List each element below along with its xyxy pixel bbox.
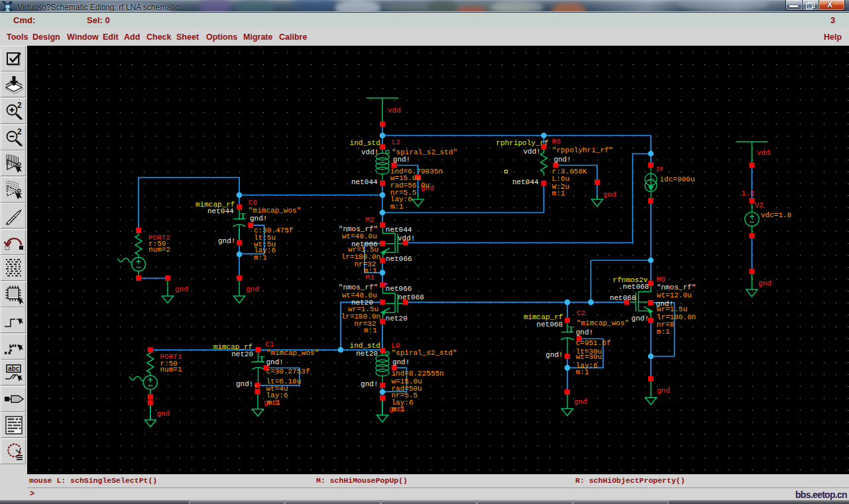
svg-text:net20: net20: [386, 315, 408, 323]
svg-text:gnd!: gnd!: [266, 358, 284, 366]
svg-text:"mimcap_wos": "mimcap_wos": [266, 349, 319, 357]
svg-text:gnd: gnd: [175, 285, 188, 293]
svg-text:"mimcap_wos": "mimcap_wos": [577, 319, 629, 327]
svg-text:vdd!: vdd!: [361, 148, 378, 156]
svg-text:ind=8.22555n: ind=8.22555n: [392, 370, 444, 378]
svg-text:C1: C1: [265, 340, 274, 348]
svg-text:gnd: gnd: [603, 191, 616, 199]
svg-text:m:1: m:1: [267, 399, 280, 407]
svg-text:c=30.2753f: c=30.2753f: [266, 368, 310, 376]
svg-text:net068: net068: [610, 294, 636, 302]
svg-text:gnd!: gnd!: [218, 237, 235, 245]
svg-text:gnd: gnd: [157, 410, 170, 418]
svg-text:gnd!.: gnd!.: [236, 380, 258, 388]
svg-text:ind_std: ind_std: [350, 139, 380, 147]
svg-text:gnd!: gnd!: [392, 358, 410, 366]
svg-text:M2: M2: [366, 216, 374, 224]
svg-text:lr=180.0n: lr=180.0n: [657, 313, 696, 321]
svg-text:gnd: gnd: [574, 398, 587, 406]
svg-text:gnd!: gnd!: [545, 351, 563, 359]
svg-text:wt=30u: wt=30u: [576, 353, 602, 361]
svg-text:T: T: [569, 325, 575, 334]
svg-text:gnd: gnd: [246, 285, 259, 293]
svg-text:2: 2: [17, 127, 22, 136]
svg-text:vdd!: vdd!: [398, 234, 415, 242]
svg-text:lt=6.18u: lt=6.18u: [266, 378, 302, 385]
svg-text:net044: net044: [351, 178, 378, 186]
svg-text:"spiral_s2_std": "spiral_s2_std": [392, 148, 457, 156]
svg-text:R0: R0: [552, 138, 561, 146]
svg-text:.net068: .net068: [618, 283, 649, 291]
svg-text:vdd!: vdd!: [524, 148, 541, 156]
svg-text:gnd!: gnd!: [553, 156, 571, 164]
svg-text:vdc=1.8: vdc=1.8: [761, 211, 791, 219]
svg-text:T: T: [259, 354, 265, 364]
svg-text:gnd!: gnd!: [576, 328, 593, 336]
svg-text:net20: net20: [231, 350, 253, 358]
svg-text:net044: net044: [512, 178, 539, 186]
svg-text:gnd!: gnd!: [393, 156, 410, 164]
svg-text:"nmos_rf": "nmos_rf": [339, 283, 378, 291]
svg-text:rphripoly_rf: rphripoly_rf: [496, 139, 549, 147]
svg-text:num=1: num=1: [160, 366, 182, 374]
svg-text:"nmos_rf": "nmos_rf": [339, 225, 378, 233]
svg-text:gnd: gnd: [758, 279, 771, 287]
svg-text:m:1: m:1: [364, 267, 377, 275]
svg-text:T: T: [241, 211, 247, 221]
svg-text:net068: net068: [398, 293, 424, 301]
svg-text:gnd!: gnd!: [250, 215, 267, 223]
svg-text:gnd!: gnd!: [632, 315, 649, 323]
svg-text:m:1: m:1: [657, 328, 670, 336]
svg-text:net20: net20: [356, 350, 378, 358]
svg-text:"rppolyhri_rf": "rppolyhri_rf": [552, 146, 613, 154]
svg-text:m:1: m:1: [576, 368, 589, 376]
svg-text:net044: net044: [207, 207, 234, 215]
svg-text:m:1: m:1: [392, 405, 405, 413]
svg-text:net044: net044: [386, 226, 412, 234]
svg-text:idc=900u: idc=900u: [660, 176, 695, 183]
svg-text:m:1: m:1: [390, 203, 404, 211]
svg-text:gnd: gnd: [657, 387, 670, 395]
svg-text:vdd: vdd: [388, 107, 401, 115]
svg-text:wr=1.5u: wr=1.5u: [657, 305, 687, 313]
svg-text:wt=12.0u: wt=12.0u: [657, 291, 692, 299]
svg-text:C2: C2: [577, 309, 585, 317]
svg-text:1.8: 1.8: [742, 189, 755, 197]
svg-text:wt=48.0u: wt=48.0u: [342, 232, 377, 240]
svg-text:vdd: vdd: [757, 149, 770, 157]
svg-text:m:1: m:1: [552, 189, 565, 197]
svg-text:r:3.058K: r:3.058K: [552, 168, 587, 176]
svg-text:net066: net066: [386, 255, 412, 263]
svg-text:abc: abc: [8, 365, 20, 372]
svg-text:"spiral_s2_std": "spiral_s2_std": [392, 349, 457, 357]
svg-text:"mimcap_wos": "mimcap_wos": [249, 207, 301, 215]
svg-text:net068: net068: [537, 321, 563, 328]
svg-text:I0: I0: [656, 166, 663, 173]
svg-text:gnd!: gnd!: [361, 380, 378, 388]
svg-text:L2: L2: [392, 138, 400, 146]
svg-text:m:1: m:1: [364, 327, 377, 334]
svg-text:L:6u: L:6u: [552, 175, 569, 183]
svg-text:C0: C0: [249, 199, 257, 207]
svg-text:M0: M0: [657, 276, 665, 283]
svg-text:num=2: num=2: [148, 246, 170, 254]
svg-text:M1: M1: [366, 274, 375, 281]
svg-text:c=951.6f: c=951.6f: [576, 339, 611, 347]
svg-text:wt=48.0u: wt=48.0u: [342, 291, 377, 299]
svg-text:net066: net066: [386, 285, 412, 293]
svg-text:ind_std: ind_std: [350, 342, 380, 350]
svg-text:"nmos_rf": "nmos_rf": [657, 283, 696, 291]
svg-text:m:1: m:1: [254, 254, 267, 262]
svg-text:V2: V2: [755, 201, 764, 209]
svg-text:2: 2: [17, 101, 22, 110]
